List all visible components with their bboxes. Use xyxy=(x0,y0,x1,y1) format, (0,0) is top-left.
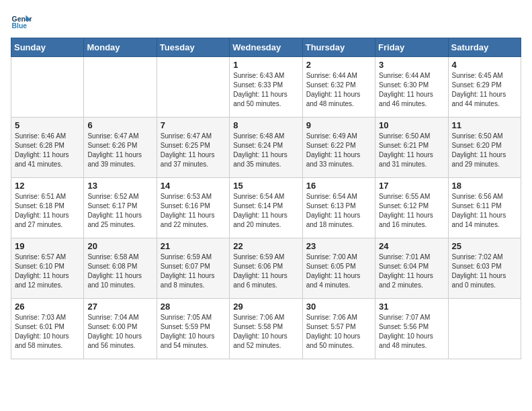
cell-content: Sunrise: 6:59 AM Sunset: 6:06 PM Dayligh… xyxy=(233,253,298,290)
day-number: 1 xyxy=(233,60,298,70)
cell-content: Sunrise: 6:46 AM Sunset: 6:28 PM Dayligh… xyxy=(15,132,80,169)
cell-content: Sunrise: 7:06 AM Sunset: 5:57 PM Dayligh… xyxy=(306,313,371,351)
calendar-week-5: 26Sunrise: 7:03 AM Sunset: 6:01 PM Dayli… xyxy=(11,299,521,359)
calendar-cell: 2Sunrise: 6:44 AM Sunset: 6:32 PM Daylig… xyxy=(302,57,375,118)
day-number: 2 xyxy=(306,60,371,70)
cell-content: Sunrise: 7:03 AM Sunset: 6:01 PM Dayligh… xyxy=(15,313,80,351)
calendar-week-4: 19Sunrise: 6:57 AM Sunset: 6:10 PM Dayli… xyxy=(11,238,521,299)
cell-content: Sunrise: 7:02 AM Sunset: 6:03 PM Dayligh… xyxy=(452,253,517,290)
day-number: 23 xyxy=(306,241,371,251)
cell-content: Sunrise: 7:06 AM Sunset: 5:58 PM Dayligh… xyxy=(233,313,298,351)
calendar-cell: 31Sunrise: 7:07 AM Sunset: 5:56 PM Dayli… xyxy=(375,299,448,359)
calendar-week-2: 5Sunrise: 6:46 AM Sunset: 6:28 PM Daylig… xyxy=(11,118,521,178)
day-number: 24 xyxy=(379,241,444,251)
day-number: 16 xyxy=(306,181,371,191)
day-number: 12 xyxy=(15,181,80,191)
cell-content: Sunrise: 7:00 AM Sunset: 6:05 PM Dayligh… xyxy=(306,253,371,290)
day-number: 17 xyxy=(379,181,444,191)
calendar-cell: 17Sunrise: 6:55 AM Sunset: 6:12 PM Dayli… xyxy=(375,178,448,238)
day-number: 14 xyxy=(161,181,226,191)
calendar-cell: 16Sunrise: 6:54 AM Sunset: 6:13 PM Dayli… xyxy=(302,178,375,238)
cell-content: Sunrise: 6:58 AM Sunset: 6:08 PM Dayligh… xyxy=(87,253,152,290)
day-number: 28 xyxy=(161,302,226,312)
day-number: 13 xyxy=(87,181,152,191)
cell-content: Sunrise: 6:45 AM Sunset: 6:29 PM Dayligh… xyxy=(452,71,517,109)
calendar-cell xyxy=(448,299,521,359)
cell-content: Sunrise: 6:47 AM Sunset: 6:26 PM Dayligh… xyxy=(87,132,152,169)
logo-icon: General Blue xyxy=(11,11,32,32)
day-header-tuesday: Tuesday xyxy=(157,38,229,57)
day-number: 11 xyxy=(452,120,517,130)
day-number: 4 xyxy=(452,60,517,70)
day-header-sunday: Sunday xyxy=(11,38,84,57)
day-number: 21 xyxy=(161,241,226,251)
day-number: 22 xyxy=(233,241,298,251)
cell-content: Sunrise: 6:44 AM Sunset: 6:32 PM Dayligh… xyxy=(306,71,371,109)
cell-content: Sunrise: 6:52 AM Sunset: 6:17 PM Dayligh… xyxy=(87,192,152,230)
calendar-cell: 13Sunrise: 6:52 AM Sunset: 6:17 PM Dayli… xyxy=(84,178,157,238)
calendar-cell: 8Sunrise: 6:48 AM Sunset: 6:24 PM Daylig… xyxy=(230,118,302,178)
calendar-cell: 6Sunrise: 6:47 AM Sunset: 6:26 PM Daylig… xyxy=(84,118,157,178)
cell-content: Sunrise: 6:51 AM Sunset: 6:18 PM Dayligh… xyxy=(15,192,80,230)
cell-content: Sunrise: 6:56 AM Sunset: 6:11 PM Dayligh… xyxy=(452,192,517,230)
cell-content: Sunrise: 6:43 AM Sunset: 6:33 PM Dayligh… xyxy=(233,71,298,109)
cell-content: Sunrise: 6:54 AM Sunset: 6:14 PM Dayligh… xyxy=(233,192,298,230)
calendar-cell: 25Sunrise: 7:02 AM Sunset: 6:03 PM Dayli… xyxy=(448,238,521,299)
day-number: 9 xyxy=(306,120,371,130)
cell-content: Sunrise: 7:07 AM Sunset: 5:56 PM Dayligh… xyxy=(379,313,444,351)
logo: General Blue xyxy=(11,11,35,32)
calendar-header: SundayMondayTuesdayWednesdayThursdayFrid… xyxy=(11,38,521,57)
day-number: 20 xyxy=(87,241,152,251)
day-header-friday: Friday xyxy=(375,38,448,57)
day-number: 5 xyxy=(15,120,80,130)
calendar-cell: 28Sunrise: 7:05 AM Sunset: 5:59 PM Dayli… xyxy=(157,299,229,359)
day-header-thursday: Thursday xyxy=(302,38,375,57)
calendar-cell: 15Sunrise: 6:54 AM Sunset: 6:14 PM Dayli… xyxy=(230,178,302,238)
day-number: 19 xyxy=(15,241,80,251)
day-header-monday: Monday xyxy=(84,38,157,57)
calendar-cell xyxy=(11,57,84,118)
day-number: 30 xyxy=(306,302,371,312)
calendar-cell: 4Sunrise: 6:45 AM Sunset: 6:29 PM Daylig… xyxy=(448,57,521,118)
cell-content: Sunrise: 7:01 AM Sunset: 6:04 PM Dayligh… xyxy=(379,253,444,290)
cell-content: Sunrise: 6:50 AM Sunset: 6:20 PM Dayligh… xyxy=(452,132,517,169)
cell-content: Sunrise: 6:59 AM Sunset: 6:07 PM Dayligh… xyxy=(161,253,226,290)
calendar-cell: 3Sunrise: 6:44 AM Sunset: 6:30 PM Daylig… xyxy=(375,57,448,118)
calendar-cell: 23Sunrise: 7:00 AM Sunset: 6:05 PM Dayli… xyxy=(302,238,375,299)
cell-content: Sunrise: 6:48 AM Sunset: 6:24 PM Dayligh… xyxy=(233,132,298,169)
calendar-cell: 21Sunrise: 6:59 AM Sunset: 6:07 PM Dayli… xyxy=(157,238,229,299)
calendar-cell: 11Sunrise: 6:50 AM Sunset: 6:20 PM Dayli… xyxy=(448,118,521,178)
calendar-cell: 30Sunrise: 7:06 AM Sunset: 5:57 PM Dayli… xyxy=(302,299,375,359)
cell-content: Sunrise: 6:55 AM Sunset: 6:12 PM Dayligh… xyxy=(379,192,444,230)
calendar-cell: 7Sunrise: 6:47 AM Sunset: 6:25 PM Daylig… xyxy=(157,118,229,178)
calendar-cell xyxy=(157,57,229,118)
day-number: 26 xyxy=(15,302,80,312)
cell-content: Sunrise: 6:54 AM Sunset: 6:13 PM Dayligh… xyxy=(306,192,371,230)
calendar-table: SundayMondayTuesdayWednesdayThursdayFrid… xyxy=(11,38,521,359)
day-number: 27 xyxy=(87,302,152,312)
cell-content: Sunrise: 6:44 AM Sunset: 6:30 PM Dayligh… xyxy=(379,71,444,109)
calendar-week-1: 1Sunrise: 6:43 AM Sunset: 6:33 PM Daylig… xyxy=(11,57,521,118)
calendar-cell: 14Sunrise: 6:53 AM Sunset: 6:16 PM Dayli… xyxy=(157,178,229,238)
day-number: 15 xyxy=(233,181,298,191)
calendar-cell: 12Sunrise: 6:51 AM Sunset: 6:18 PM Dayli… xyxy=(11,178,84,238)
day-number: 31 xyxy=(379,302,444,312)
cell-content: Sunrise: 6:50 AM Sunset: 6:21 PM Dayligh… xyxy=(379,132,444,169)
calendar-cell: 9Sunrise: 6:49 AM Sunset: 6:22 PM Daylig… xyxy=(302,118,375,178)
calendar-cell: 22Sunrise: 6:59 AM Sunset: 6:06 PM Dayli… xyxy=(230,238,302,299)
day-number: 25 xyxy=(452,241,517,251)
calendar-cell: 27Sunrise: 7:04 AM Sunset: 6:00 PM Dayli… xyxy=(84,299,157,359)
calendar-cell: 29Sunrise: 7:06 AM Sunset: 5:58 PM Dayli… xyxy=(230,299,302,359)
calendar-cell: 1Sunrise: 6:43 AM Sunset: 6:33 PM Daylig… xyxy=(230,57,302,118)
calendar-cell: 5Sunrise: 6:46 AM Sunset: 6:28 PM Daylig… xyxy=(11,118,84,178)
day-header-saturday: Saturday xyxy=(448,38,521,57)
calendar-cell: 26Sunrise: 7:03 AM Sunset: 6:01 PM Dayli… xyxy=(11,299,84,359)
svg-text:Blue: Blue xyxy=(12,22,28,30)
cell-content: Sunrise: 7:05 AM Sunset: 5:59 PM Dayligh… xyxy=(161,313,226,351)
calendar-cell: 18Sunrise: 6:56 AM Sunset: 6:11 PM Dayli… xyxy=(448,178,521,238)
cell-content: Sunrise: 6:53 AM Sunset: 6:16 PM Dayligh… xyxy=(161,192,226,230)
calendar-cell: 20Sunrise: 6:58 AM Sunset: 6:08 PM Dayli… xyxy=(84,238,157,299)
cell-content: Sunrise: 6:49 AM Sunset: 6:22 PM Dayligh… xyxy=(306,132,371,169)
day-number: 6 xyxy=(87,120,152,130)
page-header: General Blue xyxy=(11,11,521,32)
